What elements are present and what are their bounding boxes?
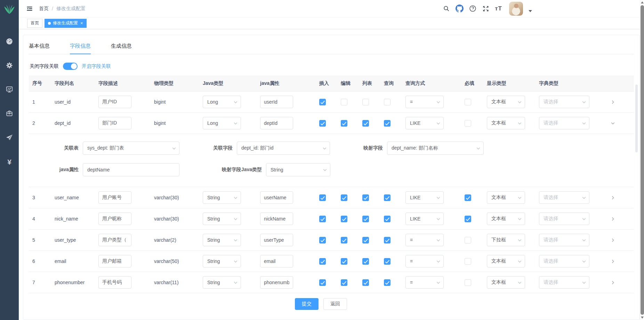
fullscreen-icon[interactable] <box>482 5 490 13</box>
insert-checkbox[interactable] <box>319 194 326 201</box>
dict-type-select[interactable]: 请选择 <box>539 96 589 108</box>
query-checkbox[interactable] <box>384 237 391 243</box>
sidebar-fold-icon[interactable] <box>24 3 35 15</box>
tag-modify-gen-config[interactable]: 修改生成配置 × <box>45 19 87 28</box>
required-checkbox[interactable] <box>465 194 471 201</box>
insert-checkbox[interactable] <box>319 258 326 265</box>
caret-down-icon[interactable] <box>529 10 532 12</box>
search-icon[interactable] <box>442 5 450 13</box>
display-type-select[interactable]: 文本框 <box>487 276 525 289</box>
back-button[interactable]: 返回 <box>323 298 347 310</box>
java-type-select[interactable]: Long <box>203 117 241 129</box>
sidebar-item-dashboard[interactable] <box>0 30 19 54</box>
required-checkbox[interactable] <box>465 99 471 105</box>
query-checkbox[interactable] <box>384 216 391 222</box>
query-type-select[interactable]: = <box>405 234 444 246</box>
required-checkbox[interactable] <box>465 258 471 265</box>
field-relation-toggle[interactable] <box>63 63 78 70</box>
column-desc-input[interactable] <box>98 276 131 289</box>
app-logo[interactable] <box>0 0 19 19</box>
github-icon[interactable] <box>455 5 464 13</box>
sidebar-item-monitor[interactable] <box>0 78 19 102</box>
list-checkbox[interactable] <box>362 99 369 105</box>
table-scrollbar-thumb[interactable] <box>635 85 638 152</box>
chevron-right-icon[interactable] <box>609 215 617 223</box>
page-scrollbar[interactable] <box>640 0 644 320</box>
display-type-select[interactable]: 文本框 <box>487 255 525 267</box>
page-scrollbar-thumb[interactable] <box>641 5 644 315</box>
tab-basic-info[interactable]: 基本信息 <box>29 39 50 54</box>
list-checkbox[interactable] <box>362 120 369 127</box>
java-type-select[interactable]: String <box>203 276 241 289</box>
chevron-down-icon[interactable] <box>609 119 617 127</box>
font-size-icon[interactable]: тT <box>495 5 502 12</box>
java-field-input[interactable] <box>260 255 293 267</box>
query-type-select[interactable]: = <box>405 96 444 108</box>
edit-checkbox[interactable] <box>341 120 347 127</box>
sidebar-item-guide[interactable] <box>0 126 19 150</box>
mapping-field-select[interactable]: dept_name: 部门名称 <box>387 142 484 155</box>
required-checkbox[interactable] <box>465 216 471 222</box>
query-checkbox[interactable] <box>384 279 391 286</box>
required-checkbox[interactable] <box>465 120 471 127</box>
edit-checkbox[interactable] <box>341 279 347 286</box>
required-checkbox[interactable] <box>465 237 471 243</box>
insert-checkbox[interactable] <box>319 237 326 243</box>
required-checkbox[interactable] <box>465 279 471 286</box>
java-field-input[interactable] <box>260 96 293 108</box>
list-checkbox[interactable] <box>362 258 369 265</box>
avatar[interactable] <box>509 2 523 16</box>
java-field-input[interactable] <box>260 191 293 204</box>
dict-type-select[interactable]: 请选择 <box>539 234 589 246</box>
mapping-java-type-select[interactable]: String <box>266 163 330 176</box>
sidebar-item-pay[interactable]: ¥ <box>0 150 19 174</box>
edit-checkbox[interactable] <box>341 216 347 222</box>
java-field-input[interactable] <box>260 213 293 225</box>
list-checkbox[interactable] <box>362 194 369 201</box>
chevron-right-icon[interactable] <box>609 236 617 244</box>
column-desc-input[interactable] <box>98 255 131 267</box>
display-type-select[interactable]: 文本框 <box>487 96 525 108</box>
java-field-input[interactable] <box>260 276 293 289</box>
submit-button[interactable]: 提交 <box>295 298 319 310</box>
edit-checkbox[interactable] <box>341 237 347 243</box>
scroll-down-icon[interactable] <box>641 317 644 319</box>
query-checkbox[interactable] <box>384 99 391 105</box>
query-checkbox[interactable] <box>384 258 391 265</box>
query-type-select[interactable]: = <box>405 255 444 267</box>
java-type-select[interactable]: String <box>203 191 241 204</box>
java-field-input[interactable] <box>260 117 293 129</box>
dict-type-select[interactable]: 请选择 <box>539 191 589 204</box>
java-type-select[interactable]: String <box>203 234 241 246</box>
list-checkbox[interactable] <box>362 216 369 222</box>
column-desc-input[interactable] <box>98 213 131 225</box>
dict-type-select[interactable]: 请选择 <box>539 276 589 289</box>
edit-checkbox[interactable] <box>341 194 347 201</box>
query-type-select[interactable]: LIKE <box>405 213 444 225</box>
java-type-select[interactable]: String <box>203 255 241 267</box>
insert-checkbox[interactable] <box>319 279 326 286</box>
query-checkbox[interactable] <box>384 194 391 201</box>
help-icon[interactable] <box>468 5 477 13</box>
chevron-right-icon[interactable] <box>609 257 617 265</box>
display-type-select[interactable]: 文本框 <box>487 213 525 225</box>
dict-type-select[interactable]: 请选择 <box>539 213 589 225</box>
display-type-select[interactable]: 下拉框 <box>487 234 525 246</box>
insert-checkbox[interactable] <box>319 120 326 127</box>
java-field-input[interactable] <box>260 234 293 246</box>
display-type-select[interactable]: 文本框 <box>487 191 525 204</box>
dict-type-select[interactable]: 请选择 <box>539 117 589 129</box>
query-type-select[interactable]: LIKE <box>405 117 444 129</box>
sidebar-item-tool[interactable] <box>0 102 19 126</box>
tag-home[interactable]: 首页 <box>27 19 42 28</box>
display-type-select[interactable]: 文本框 <box>487 117 525 129</box>
edit-checkbox[interactable] <box>341 258 347 265</box>
query-checkbox[interactable] <box>384 120 391 127</box>
column-desc-input[interactable] <box>98 96 131 108</box>
tab-gen-info[interactable]: 生成信息 <box>111 39 132 54</box>
insert-checkbox[interactable] <box>319 216 326 222</box>
list-checkbox[interactable] <box>362 237 369 243</box>
close-icon[interactable]: × <box>80 21 83 25</box>
insert-checkbox[interactable] <box>319 99 326 105</box>
sidebar-item-system[interactable] <box>0 54 19 78</box>
